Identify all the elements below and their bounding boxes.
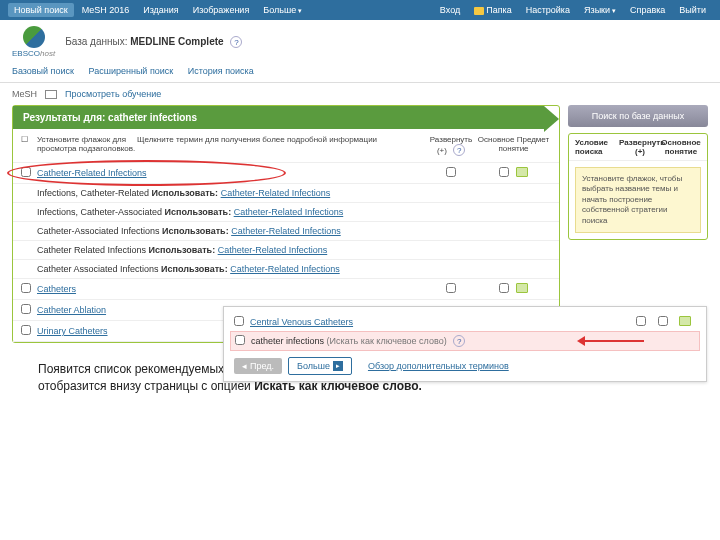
result-row: Catheter Associated Infections Использов… (13, 260, 559, 279)
nav-signin[interactable]: Вход (434, 3, 466, 17)
nav-images[interactable]: Изображения (187, 3, 256, 17)
row-checkbox[interactable] (21, 167, 31, 177)
tab-basic-search[interactable]: Базовый поиск (12, 66, 74, 76)
right-panel: Поиск по базе данных Условие поиска Разв… (568, 105, 708, 240)
mesh-bar: MeSH Просмотреть обучение (0, 83, 720, 105)
expand-checkbox[interactable] (446, 167, 456, 177)
term-link[interactable]: Catheter-Related Infections (37, 168, 147, 178)
search-database-button[interactable]: Поиск по базе данных (568, 105, 708, 127)
row-checkbox[interactable] (21, 325, 31, 335)
result-row: Catheters (13, 279, 559, 300)
use-link[interactable]: Catheter-Related Infections (221, 188, 331, 198)
use-link[interactable]: Catheter-Related Infections (218, 245, 328, 255)
scope-icon[interactable] (516, 283, 528, 293)
expand-checkbox[interactable] (636, 316, 646, 326)
use-link[interactable]: Catheter-Related Infections (234, 207, 344, 217)
search-mode-tabs: Базовый поиск Расширенный поиск История … (0, 64, 720, 83)
top-navbar: Новый поиск MeSH 2016 Издания Изображени… (0, 0, 720, 20)
use-link[interactable]: Catheter-Related Infections (230, 264, 340, 274)
tutorial-icon (45, 90, 57, 99)
tab-advanced-search[interactable]: Расширенный поиск (88, 66, 173, 76)
folder-icon (474, 7, 484, 15)
criteria-box: Условие поиска Развернуть (+) Основное п… (568, 133, 708, 240)
help-icon[interactable]: ? (453, 335, 465, 347)
row-checkbox[interactable] (21, 304, 31, 314)
result-row: Infections, Catheter-Related Использоват… (13, 184, 559, 203)
row-checkbox[interactable] (234, 316, 244, 326)
expand-checkbox[interactable] (446, 283, 456, 293)
term-link[interactable]: Catheters (37, 284, 76, 294)
term-link[interactable]: Urinary Catheters (37, 326, 108, 336)
mesh-label: MeSH (12, 89, 37, 99)
review-terms-link[interactable]: Обзор дополнительных терминов (368, 361, 509, 371)
result-row: Catheter Related Infections Использовать… (13, 241, 559, 260)
prev-button[interactable]: ◂ Пред. (234, 358, 282, 374)
column-headers: ☐ Установите флажок для просмотра подзаг… (13, 129, 559, 163)
row-checkbox[interactable] (21, 283, 31, 293)
help-icon[interactable]: ? (453, 144, 465, 156)
major-checkbox[interactable] (499, 167, 509, 177)
scope-icon[interactable] (516, 167, 528, 177)
results-panel: Результаты для: catheter infections ☐ Ус… (12, 105, 560, 343)
nav-new-search[interactable]: Новый поиск (8, 3, 74, 17)
nav-languages[interactable]: Языки (578, 3, 622, 17)
results-header: Результаты для: catheter infections (13, 106, 559, 129)
logo-icon (23, 26, 45, 48)
database-label: База данных: MEDLINE Complete ? (65, 36, 242, 49)
overlay-row: Central Venous Catheters (230, 313, 700, 331)
major-checkbox[interactable] (658, 316, 668, 326)
arrow-icon (544, 106, 559, 132)
nav-more[interactable]: Больше (257, 3, 308, 17)
help-icon[interactable]: ? (230, 36, 242, 48)
next-button[interactable]: Больше ▸ (288, 357, 352, 375)
scope-icon[interactable] (679, 316, 691, 326)
result-row: Catheter-Associated Infections Использов… (13, 222, 559, 241)
keyword-row: catheter infections (Искать как ключевое… (230, 331, 700, 351)
term-link[interactable]: Catheter Ablation (37, 305, 106, 315)
nav-mesh[interactable]: MeSH 2016 (76, 3, 136, 17)
nav-folder[interactable]: Папка (468, 3, 518, 17)
tip-box: Установите флажок, чтобы выбрать названи… (575, 167, 701, 233)
result-row: Catheter-Related Infections (13, 163, 559, 184)
major-checkbox[interactable] (499, 283, 509, 293)
tutorial-link[interactable]: Просмотреть обучение (65, 89, 161, 99)
result-row: Infections, Catheter-Associated Использо… (13, 203, 559, 222)
header: EBSCOhost База данных: MEDLINE Complete … (0, 20, 720, 64)
row-checkbox[interactable] (235, 335, 245, 345)
pager: ◂ Пред. Больше ▸ Обзор дополнительных те… (230, 351, 700, 375)
use-link[interactable]: Catheter-Related Infections (231, 226, 341, 236)
ebsco-logo: EBSCOhost (12, 26, 55, 58)
overlay-more-terms: Central Venous Catheters catheter infect… (223, 306, 707, 382)
nav-help[interactable]: Справка (624, 3, 671, 17)
term-link[interactable]: Central Venous Catheters (250, 317, 353, 327)
tab-search-history[interactable]: История поиска (188, 66, 254, 76)
nav-exit[interactable]: Выйти (673, 3, 712, 17)
nav-settings[interactable]: Настройка (520, 3, 576, 17)
red-arrow-annotation (584, 340, 644, 342)
nav-publications[interactable]: Издания (137, 3, 185, 17)
